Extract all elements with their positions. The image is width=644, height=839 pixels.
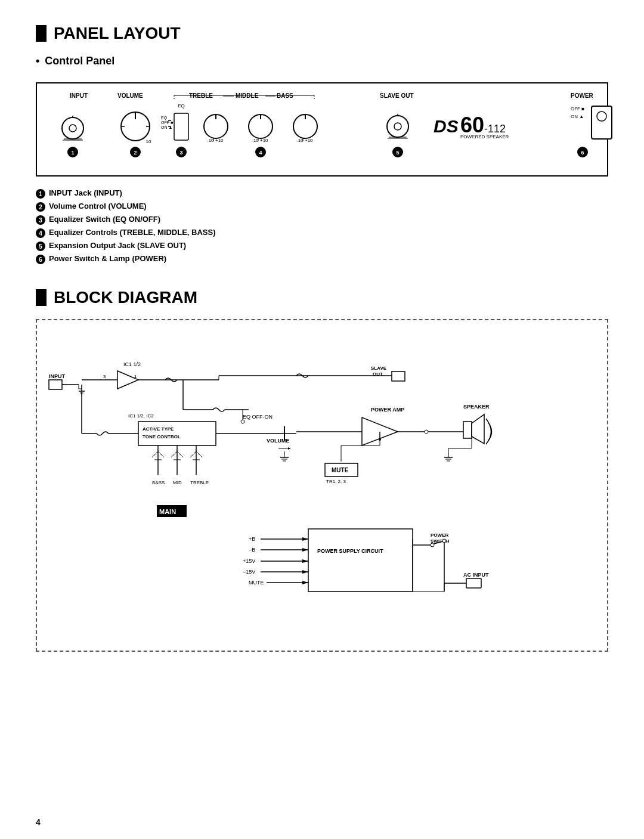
svg-rect-70 xyxy=(49,380,62,389)
svg-text:EQ: EQ xyxy=(178,103,185,109)
svg-text:10: 10 xyxy=(146,139,151,144)
feature-item-2: 2 Volume Control (VOLUME) xyxy=(36,202,608,212)
feature-item-1: 1 INPUT Jack (INPUT) xyxy=(36,188,608,199)
svg-text:POWER: POWER xyxy=(431,532,448,538)
svg-text:3: 3 xyxy=(179,150,182,156)
svg-text:3: 3 xyxy=(103,374,106,379)
svg-text:OFF ■: OFF ■ xyxy=(571,106,584,112)
svg-text:2: 2 xyxy=(134,150,137,156)
svg-text:POWER AMP: POWER AMP xyxy=(371,407,404,413)
page-number: 4 xyxy=(36,818,41,827)
svg-rect-31 xyxy=(174,113,188,140)
svg-text:TR1, 2, 3: TR1, 2, 3 xyxy=(326,479,346,484)
svg-rect-87 xyxy=(392,371,405,381)
svg-text:POWER: POWER xyxy=(571,92,594,99)
svg-text:−15V: −15V xyxy=(243,569,255,575)
svg-rect-93 xyxy=(138,422,216,445)
svg-text:4: 4 xyxy=(259,150,262,156)
svg-text:-10: -10 xyxy=(207,138,214,143)
svg-text:-10: -10 xyxy=(296,138,304,143)
svg-marker-158 xyxy=(302,559,308,563)
svg-text:OFF ■: OFF ■ xyxy=(161,120,173,125)
svg-point-128 xyxy=(425,430,428,434)
svg-text:INPUT: INPUT xyxy=(70,92,88,99)
svg-text:MUTE: MUTE xyxy=(249,580,264,586)
control-panel-diagram: INPUT VOLUME TREBLE MIDDLE BASS SLAVE OU… xyxy=(36,82,608,177)
svg-text:+15V: +15V xyxy=(243,558,255,564)
svg-point-66 xyxy=(597,112,606,121)
feature-item-6: 6 Power Switch & Lamp (POWER) xyxy=(36,254,608,264)
svg-text:1: 1 xyxy=(134,374,137,379)
svg-text:+10: +10 xyxy=(305,138,313,143)
svg-point-147 xyxy=(379,438,381,441)
svg-text:6: 6 xyxy=(581,150,584,156)
svg-rect-165 xyxy=(308,529,413,592)
svg-text:SLAVE OUT: SLAVE OUT xyxy=(380,92,413,99)
svg-text:-112: -112 xyxy=(484,123,506,135)
svg-text:SLAVE: SLAVE xyxy=(371,366,387,371)
svg-point-104 xyxy=(241,420,244,423)
svg-text:SWITCH: SWITCH xyxy=(431,538,450,544)
svg-rect-175 xyxy=(466,578,481,588)
svg-text:+10: +10 xyxy=(260,138,268,143)
svg-text:SPEAKER: SPEAKER xyxy=(463,404,490,410)
svg-text:MAIN: MAIN xyxy=(159,508,176,515)
svg-text:MIDDLE: MIDDLE xyxy=(236,92,259,99)
svg-text:OUT: OUT xyxy=(373,371,383,377)
svg-rect-131 xyxy=(463,422,472,438)
feature-item-3: 3 Equalizer Switch (EQ ON/OFF) xyxy=(36,215,608,225)
svg-text:VOLUME: VOLUME xyxy=(117,92,143,99)
block-diagram-section: BLOCK DIAGRAM INPUT IC1 1/2 3 1 xyxy=(36,288,608,652)
panel-layout-section: PANEL LAYOUT Control Panel INPUT VOLUME … xyxy=(36,24,608,264)
svg-text:TONE CONTROL: TONE CONTROL xyxy=(143,434,181,439)
svg-text:BASS: BASS xyxy=(152,480,165,485)
svg-text:5: 5 xyxy=(396,150,399,156)
svg-text:-10: -10 xyxy=(252,138,259,143)
svg-point-53 xyxy=(394,123,401,130)
svg-point-13 xyxy=(69,125,76,132)
block-diagram-container: INPUT IC1 1/2 3 1 xyxy=(36,319,608,652)
svg-text:ON ▲: ON ▲ xyxy=(571,114,584,119)
svg-marker-152 xyxy=(302,537,308,541)
svg-marker-164 xyxy=(302,581,308,584)
svg-text:IC1 1/2: IC1 1/2 xyxy=(123,361,141,367)
panel-layout-title: PANEL LAYOUT xyxy=(36,24,608,43)
svg-text:AC INPUT: AC INPUT xyxy=(463,572,489,578)
panel-diagram-svg: INPUT VOLUME TREBLE MIDDLE BASS SLAVE OU… xyxy=(46,89,618,167)
svg-text:1: 1 xyxy=(71,150,74,156)
feature-item-4: 4 Equalizer Controls (TREBLE, MIDDLE, BA… xyxy=(36,228,608,238)
feature-list: 1 INPUT Jack (INPUT) 2 Volume Control (V… xyxy=(36,188,608,264)
svg-text:POWER SUPPLY CIRCUIT: POWER SUPPLY CIRCUIT xyxy=(317,548,383,554)
svg-text:DS: DS xyxy=(434,116,459,136)
svg-marker-110 xyxy=(288,447,290,450)
svg-text:+B: +B xyxy=(249,536,255,542)
control-panel-subtitle: Control Panel xyxy=(36,55,608,67)
svg-text:BASS: BASS xyxy=(277,92,293,99)
block-diagram-svg: INPUT IC1 1/2 3 1 xyxy=(46,329,612,639)
svg-text:EQ: EQ xyxy=(161,116,168,120)
svg-text:POWERED SPEAKER: POWERED SPEAKER xyxy=(460,134,509,140)
feature-item-5: 5 Expansion Output Jack (SLAVE OUT) xyxy=(36,241,608,251)
svg-text:ON ▲: ON ▲ xyxy=(161,125,172,129)
svg-text:60: 60 xyxy=(460,113,484,137)
svg-text:ACTIVE TYPE: ACTIVE TYPE xyxy=(143,426,174,432)
svg-point-172 xyxy=(442,539,446,543)
svg-text:VOLUME: VOLUME xyxy=(267,438,290,444)
svg-marker-132 xyxy=(472,414,484,444)
svg-text:MUTE: MUTE xyxy=(332,467,349,473)
svg-text:+10: +10 xyxy=(215,138,224,143)
svg-text:MID: MID xyxy=(173,480,182,485)
svg-point-170 xyxy=(431,543,434,547)
svg-text:EQ OFF-ON: EQ OFF-ON xyxy=(243,414,273,420)
block-diagram-title: BLOCK DIAGRAM xyxy=(36,288,608,307)
svg-marker-161 xyxy=(302,570,308,574)
svg-text:INPUT: INPUT xyxy=(49,373,66,379)
svg-marker-155 xyxy=(302,548,308,552)
svg-text:TREBLE: TREBLE xyxy=(189,92,213,99)
svg-text:IC1 1/2, IC2: IC1 1/2, IC2 xyxy=(128,413,154,419)
svg-text:−B: −B xyxy=(249,547,255,553)
svg-text:TREBLE: TREBLE xyxy=(190,480,209,485)
